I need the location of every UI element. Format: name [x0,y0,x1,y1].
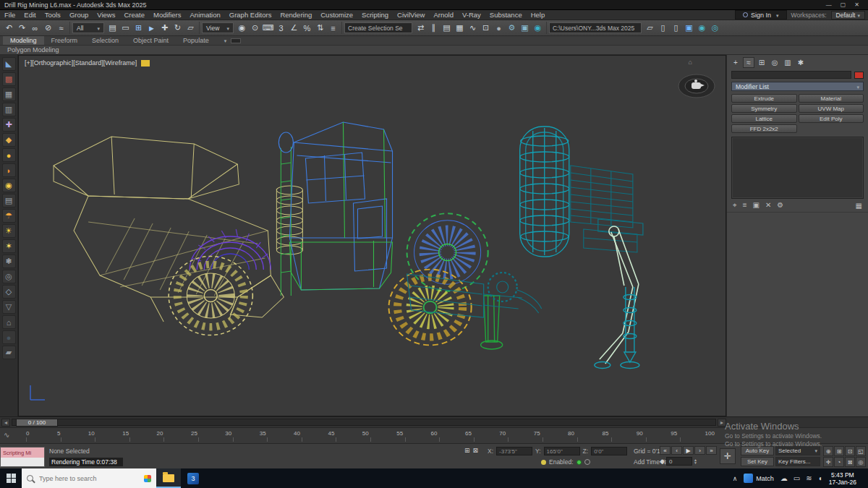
undo-icon[interactable]: ↶ [3,22,15,34]
menu-item[interactable]: Scripting [357,11,393,19]
menu-item[interactable]: Arnold [429,11,457,19]
left-toolbar-tool-icon[interactable]: ▦ [2,87,16,101]
viewport-label[interactable]: [+][Orthographic][Standard][Wireframe] [25,59,150,67]
menu-item[interactable]: Create [119,11,149,19]
pin-stack-icon[interactable]: ⌖ [733,201,737,210]
left-toolbar-tool-icon[interactable]: ✚ [2,118,16,132]
layer-explorer-icon[interactable]: ▤ [441,22,453,34]
select-and-manipulate-icon[interactable]: ⊙ [249,22,261,34]
tab-create-icon[interactable]: + [730,57,741,68]
window-crossing-icon[interactable]: ⊞ [132,22,145,34]
previous-frame-arrow-icon[interactable]: ◂ [1,419,10,427]
tab-display-icon[interactable]: ▥ [782,57,793,68]
time-slider[interactable]: ◂ 0 / 100 ▸ [0,416,868,427]
zoom-extents-icon[interactable]: ⊡ [845,446,855,456]
mirror-icon[interactable]: ⇄ [414,22,427,34]
left-toolbar-tool-icon[interactable]: ▽ [2,300,16,314]
left-toolbar-tool-icon[interactable]: ▰ [2,346,16,359]
modifier-list-dropdown[interactable]: Modifier List [731,82,864,91]
set-key-button[interactable]: Set Key [741,457,774,466]
render-setup-icon[interactable]: ⚙ [506,22,518,34]
rollout-grid-icon[interactable]: ▦ [856,202,862,210]
field-of-view-icon[interactable]: ◎ [856,457,866,467]
transform-type-in-icon[interactable]: ⊞ [464,447,470,454]
menu-item[interactable]: Graph Editors [225,11,276,19]
maximize-viewport-toggle-icon[interactable]: ⊠ [845,457,855,467]
menu-item[interactable]: File [0,11,20,19]
x-coordinate-field[interactable] [496,447,532,455]
left-toolbar-tool-icon[interactable]: ▥ [2,103,16,116]
polygon-modeling-panel-label[interactable]: Polygon Modeling [7,46,59,53]
configure-modifier-sets-icon[interactable]: ⚙ [777,201,783,210]
go-to-end-icon[interactable]: » [706,446,717,455]
minimize-button[interactable]: — [826,1,832,8]
left-toolbar-tool-icon[interactable]: ❄ [2,254,16,268]
modifier-button[interactable]: Extrude [731,94,797,103]
left-toolbar-tool-icon[interactable]: ◣ [2,57,16,71]
edit-named-selection-sets-icon[interactable]: ≡ [327,22,339,34]
menu-item[interactable]: V-Ray [458,11,485,19]
project-folder-icon[interactable]: ▱ [644,22,656,34]
rendered-frame-window-icon[interactable]: ▣ [519,22,531,34]
modifier-button[interactable]: Lattice [731,114,797,123]
maxscript-mini-listener[interactable]: Scripting Mi [0,447,45,467]
align-icon[interactable]: ∥ [427,22,440,34]
reference-coordinate-dropdown[interactable]: View [202,22,234,33]
angle-snap-icon[interactable]: ∠ [288,22,300,34]
spinner-snap-icon[interactable]: ⇅ [314,22,326,34]
ribbon-tab[interactable]: Selection [85,36,126,45]
close-button[interactable]: ✕ [854,1,859,8]
key-filters-button[interactable]: Key Filters... [775,457,820,466]
menu-item[interactable]: Help [527,11,550,19]
material-editor-icon[interactable]: ● [493,22,505,34]
mini-curve-editor-icon[interactable]: ∿ [4,431,9,439]
frame-spinner[interactable]: ▲▼ [694,458,697,464]
toggle-ribbon-icon[interactable]: ▦ [454,22,466,34]
time-slider-track[interactable] [12,419,716,426]
volume-icon[interactable]: ◖ [818,474,822,482]
left-toolbar-tool-icon[interactable]: ◎ [2,270,16,283]
key-mode-dropdown[interactable]: Selected [775,446,820,455]
tab-utilities-icon[interactable]: ✱ [795,57,807,68]
modifier-button[interactable]: UVW Map [799,104,864,113]
ribbon-tab[interactable]: Populate [176,36,216,45]
curve-editor-icon[interactable]: ∿ [467,22,479,34]
ribbon-options-icon[interactable] [222,38,227,44]
left-toolbar-tool-icon[interactable]: ☀ [2,224,16,238]
time-slider-handle[interactable]: 0 / 100 [16,419,58,427]
pan-icon[interactable]: ✛ [823,457,833,467]
steering-wheel-badge[interactable] [678,72,715,102]
menu-item[interactable]: Tools [41,11,65,19]
left-toolbar-tool-icon[interactable]: ◗ [2,163,16,177]
viewcube-home-icon[interactable]: ⌂ [689,59,692,66]
bind-to-space-warp-icon[interactable]: ≈ [55,22,67,34]
menu-item[interactable]: Animation [186,11,225,19]
menu-item[interactable]: Modifiers [149,11,186,19]
keyboard-shortcut-override-icon[interactable]: ⌨ [262,22,274,34]
left-toolbar-tool-icon[interactable]: ▤ [2,194,16,207]
taskbar-3dsmax[interactable]: 3 [181,468,205,488]
taskbar-search[interactable] [22,468,156,488]
workspace-dropdown[interactable]: Default [831,11,865,20]
ribbon-tab[interactable]: Object Paint [126,36,176,45]
select-and-scale-icon[interactable]: ▱ [184,22,197,34]
listener-script-line[interactable] [1,458,44,466]
onedrive-icon[interactable]: ☁ [780,474,788,482]
tray-expand-icon[interactable]: ∧ [733,475,738,482]
object-name-field[interactable] [731,71,851,79]
taskbar-clock[interactable]: 5:43 PM 17-Jan-26 [829,471,856,486]
modifier-stack[interactable] [731,137,864,199]
unlink-selection-icon[interactable]: ⊘ [42,22,54,34]
listener-macro-line[interactable]: Scripting Mi [1,448,44,458]
select-and-move-icon[interactable]: ✚ [158,22,171,34]
z-coordinate-field[interactable] [591,447,627,455]
active-layout-icon[interactable]: ▣ [683,22,695,34]
show-end-result-icon[interactable]: ≡ [743,201,747,210]
select-object-icon[interactable]: ► [145,22,158,34]
schematic-view-icon[interactable]: ⊡ [480,22,492,34]
pan-navigation-button[interactable]: ✛ [720,448,736,464]
sign-in-button[interactable]: Sign In [735,10,787,20]
select-and-link-icon[interactable]: ∞ [29,22,41,34]
menu-item[interactable]: Group [65,11,93,19]
ribbon-tab[interactable]: Modeling [3,36,44,45]
